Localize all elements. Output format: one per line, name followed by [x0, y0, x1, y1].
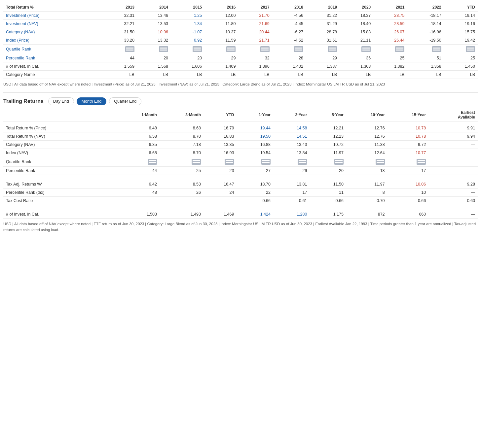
trailing-cell: 10.06	[388, 180, 429, 189]
rank-icon	[125, 46, 134, 52]
rank-icon	[334, 159, 344, 165]
annual-row-label: # of Invest. in Cat.	[3, 62, 103, 71]
trailing-cell: 0.70	[346, 197, 388, 205]
rank-icon	[432, 46, 441, 52]
trailing-cell	[388, 157, 429, 167]
annual-col-2016: 2016	[204, 3, 238, 12]
trailing-cell: —	[428, 167, 478, 175]
rank-icon	[466, 46, 475, 52]
annual-cell: -6.27	[272, 28, 306, 36]
rank-icon	[226, 46, 236, 52]
trailing-col-15y: 15-Year	[388, 109, 429, 121]
annual-row-label[interactable]: Index (Price)	[3, 36, 103, 45]
annual-row-label[interactable]: Percentile Rank	[3, 54, 103, 62]
annual-col-2020: 2020	[340, 3, 373, 12]
trailing-cell: 6.58	[116, 132, 160, 141]
trailing-table-row: Total Return % (NAV)6.588.7016.8319.5014…	[3, 132, 478, 141]
trailing-table-row: # of Invest. in Cat.1,5031,4931,4691,424…	[3, 210, 478, 219]
annual-returns-table: Total Return % 2013 2014 2015 2016 2017 …	[3, 3, 478, 79]
annual-cell: LB	[103, 71, 137, 79]
trailing-cell: 19.50	[237, 132, 273, 141]
annual-cell: -19.50	[407, 36, 444, 45]
trailing-col-earliest: EarliestAvailable	[428, 109, 478, 121]
annual-cell: 1,559	[103, 62, 137, 71]
annual-cell	[407, 45, 444, 54]
rank-icon	[361, 46, 371, 52]
annual-col-2018: 2018	[272, 3, 306, 12]
trailing-cell: —	[428, 141, 478, 149]
trailing-cell	[310, 157, 346, 167]
trailing-cell: 13.35	[204, 141, 237, 149]
trailing-cell: 12.21	[310, 124, 346, 132]
trailing-table-row: Total Return % (Price)6.488.6816.7919.44…	[3, 124, 478, 132]
annual-cell: 51	[407, 54, 444, 62]
trailing-cell: 23	[204, 167, 237, 175]
annual-cell: 44	[103, 54, 137, 62]
trailing-row-label: Tax Cost Ratio	[3, 197, 116, 205]
trailing-cell: 1,469	[204, 210, 237, 219]
annual-row-label[interactable]: Category (NAV)	[3, 28, 103, 36]
annual-cell: 1,396	[238, 62, 272, 71]
trailing-cell: 6.48	[116, 124, 160, 132]
rank-icon	[193, 46, 202, 52]
tab-day-end[interactable]: Day End	[48, 97, 74, 105]
trailing-cell: 1,424	[237, 210, 273, 219]
annual-cell: 28.75	[373, 12, 407, 20]
spacer-row	[3, 175, 478, 181]
trailing-cell: 11.97	[346, 180, 388, 189]
trailing-row-label: Tax Adj. Returns %*	[3, 180, 116, 189]
trailing-cell: 16.47	[204, 180, 237, 189]
annual-cell: 1,450	[444, 62, 478, 71]
tab-quarter-end[interactable]: Quarter End	[109, 97, 141, 105]
trailing-cell	[346, 157, 388, 167]
trailing-cell: 6.42	[116, 180, 160, 189]
annual-row-label[interactable]: Quartile Rank	[3, 45, 103, 54]
annual-cell	[103, 45, 137, 54]
annual-cell	[272, 45, 306, 54]
trailing-returns-header: Trailing Returns Day End Month End Quart…	[3, 97, 478, 105]
tab-month-end[interactable]: Month End	[77, 97, 106, 105]
trailing-cell	[160, 157, 204, 167]
trailing-cell: 19.54	[237, 149, 273, 157]
annual-col-2013: 2013	[103, 3, 137, 12]
annual-cell: 11.80	[204, 20, 238, 28]
trailing-cell: —	[204, 197, 237, 205]
trailing-cell: 14.51	[273, 132, 310, 141]
trailing-cell: 8	[346, 189, 388, 197]
trailing-cell: 8.53	[160, 180, 204, 189]
annual-cell: 26.07	[373, 28, 407, 36]
trailing-row-label: Quartile Rank	[3, 157, 116, 167]
trailing-cell: —	[116, 197, 160, 205]
rank-icon	[260, 46, 270, 52]
annual-cell	[444, 45, 478, 54]
annual-cell: LB	[137, 71, 171, 79]
rank-icon	[395, 46, 404, 52]
trailing-cell: —	[428, 210, 478, 219]
rank-icon	[328, 46, 337, 52]
trailing-cell: 44	[116, 167, 160, 175]
rank-icon	[298, 159, 307, 165]
annual-col-ytd: YTD	[444, 3, 478, 12]
annual-cell: 18.40	[340, 20, 373, 28]
trailing-col-ytd: YTD	[204, 109, 237, 121]
trailing-cell: 14.58	[273, 124, 310, 132]
annual-cell: LB	[306, 71, 340, 79]
rank-icon	[261, 159, 271, 165]
section-divider	[3, 92, 478, 93]
trailing-cell: 1,503	[116, 210, 160, 219]
annual-row-label[interactable]: Investment (NAV)	[3, 20, 103, 28]
annual-cell: 31.61	[306, 36, 340, 45]
trailing-col-5y: 5-Year	[310, 109, 346, 121]
trailing-cell: 0.66	[388, 197, 429, 205]
trailing-cell: 0.60	[428, 197, 478, 205]
annual-col-2017: 2017	[238, 3, 272, 12]
trailing-cell: 29	[273, 167, 310, 175]
annual-header-row: Total Return % 2013 2014 2015 2016 2017 …	[3, 3, 478, 12]
annual-cell: 15.83	[340, 28, 373, 36]
annual-cell: 28.59	[373, 20, 407, 28]
annual-row-label[interactable]: Investment (Price)	[3, 12, 103, 20]
trailing-returns-section: Trailing Returns Day End Month End Quart…	[3, 97, 478, 233]
annual-cell: 20	[171, 54, 204, 62]
trailing-table-row: Tax Adj. Returns %*6.428.5316.4718.7013.…	[3, 180, 478, 189]
annual-col-label: Total Return %	[3, 3, 103, 12]
